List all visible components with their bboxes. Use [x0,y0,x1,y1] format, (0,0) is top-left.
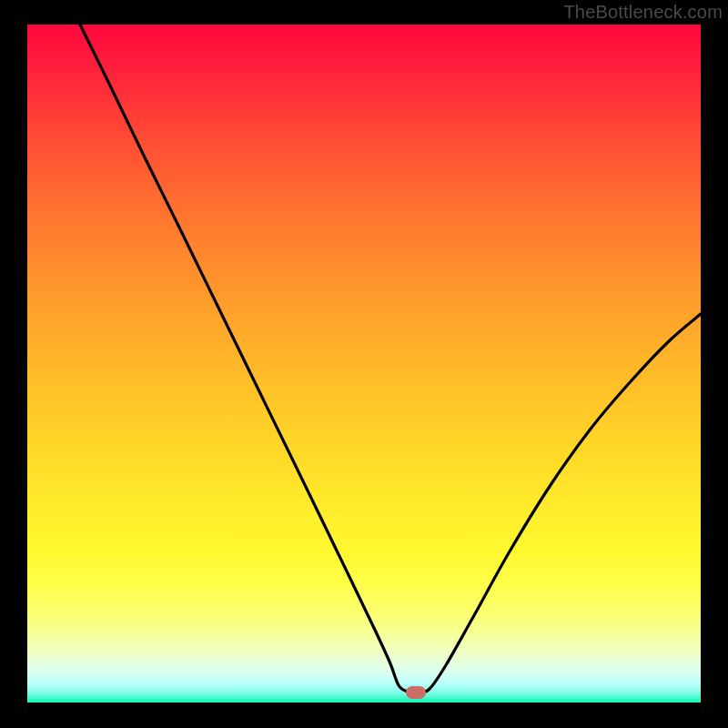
bottleneck-curve [27,25,701,703]
curve-path [80,25,701,693]
chart-frame: TheBottleneck.com [0,0,728,728]
watermark-text: TheBottleneck.com [563,2,723,23]
optimum-marker [406,686,426,699]
plot-area [27,25,701,703]
